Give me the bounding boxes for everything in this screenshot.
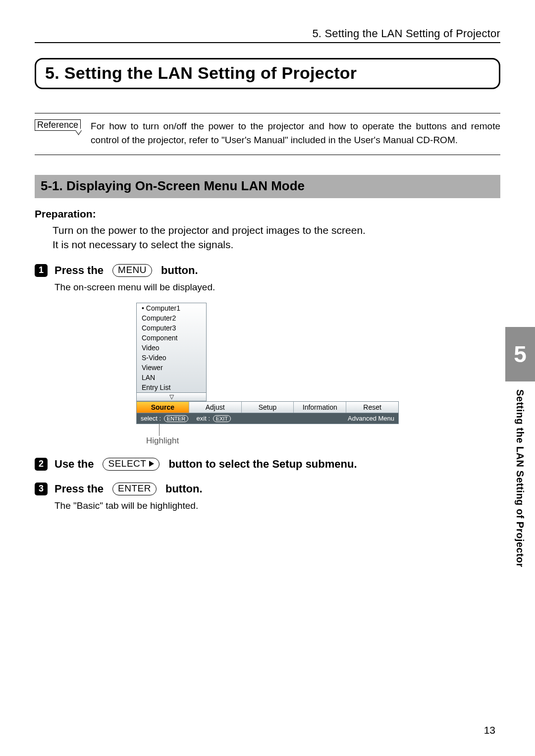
osd-tab-reset: Reset — [346, 402, 398, 413]
osd-status-bar: select : ENTER exit : EXIT Advanced Menu — [136, 413, 399, 424]
preparation-body: Turn on the power to the projector and p… — [53, 223, 500, 252]
step-3-text-post: button. — [165, 483, 203, 495]
preparation-line-1: Turn on the power to the projector and p… — [53, 223, 500, 237]
osd-enter-pill: ENTER — [164, 415, 188, 422]
step-1-text-post: button. — [161, 264, 198, 277]
osd-status-right: Advanced Menu — [348, 415, 394, 422]
osd-item: S-Video — [137, 353, 206, 363]
enter-button-pill: ENTER — [112, 483, 157, 495]
osd-exit-pill: EXIT — [213, 415, 231, 422]
osd-item: Computer1 — [137, 303, 206, 313]
osd-item: Computer3 — [137, 323, 206, 333]
select-right-button-pill: SELECT — [103, 458, 160, 471]
osd-status-left: select : ENTER exit : EXIT — [141, 415, 232, 422]
side-chapter-title: Setting the LAN Setting of Projector — [514, 389, 526, 567]
step-number-icon: 3 — [35, 483, 48, 495]
osd-tab-adjust: Adjust — [189, 402, 242, 413]
menu-button-pill: MENU — [112, 264, 152, 277]
triangle-right-icon — [149, 461, 154, 467]
side-thumb-tab: 5 Setting the LAN Setting of Projector — [505, 327, 535, 567]
reference-label: Reference — [35, 119, 81, 131]
osd-tab-source: Source — [137, 402, 189, 413]
osd-item: Entry List — [137, 382, 206, 392]
highlight-pointer-line — [159, 424, 399, 436]
header-rule — [35, 42, 500, 43]
page-number: 13 — [484, 724, 495, 736]
step-2: 2 Use the SELECT button to select the Se… — [35, 458, 500, 471]
side-chapter-number: 5 — [505, 327, 535, 381]
osd-source-list: Computer1 Computer2 Computer3 Component … — [136, 303, 207, 393]
step-2-text-post: button to select the Setup submenu. — [168, 458, 357, 471]
osd-tabs: Source Adjust Setup Information Reset — [136, 401, 399, 413]
osd-screenshot: Computer1 Computer2 Computer3 Component … — [136, 303, 399, 446]
highlight-caption: Highlight — [146, 436, 399, 446]
preparation-label: Preparation: — [35, 208, 500, 220]
reference-block: Reference For how to turn on/off the pow… — [35, 113, 500, 155]
chapter-title: 5. Setting the LAN Setting of Projector — [45, 63, 357, 82]
chapter-heading: 5. Setting the LAN Setting of Projector — [35, 58, 500, 89]
osd-item: Computer2 — [137, 313, 206, 323]
osd-item: Video — [137, 343, 206, 353]
osd-tab-setup: Setup — [242, 402, 294, 413]
osd-tab-information: Information — [294, 402, 346, 413]
step-3-text-pre: Press the — [54, 483, 104, 495]
step-number-icon: 2 — [35, 458, 48, 471]
preparation-line-2: It is not necessary to select the signal… — [53, 237, 500, 252]
osd-item: Component — [137, 333, 206, 343]
osd-down-icon: ▽ — [136, 393, 207, 401]
osd-item: LAN — [137, 373, 206, 382]
step-2-text-pre: Use the — [54, 458, 94, 471]
step-3: 3 Press the ENTER button. — [35, 483, 500, 495]
step-1: 1 Press the MENU button. — [35, 264, 500, 277]
section-heading: 5-1. Displaying On-Screen Menu LAN Mode — [35, 175, 500, 198]
step-3-note: The "Basic" tab will be highlighted. — [54, 500, 500, 511]
reference-text: For how to turn on/off the power to the … — [91, 119, 500, 147]
step-number-icon: 1 — [35, 264, 48, 277]
running-head: 5. Setting the LAN Setting of Projector — [35, 27, 500, 40]
step-1-note: The on-screen menu will be displayed. — [54, 282, 500, 293]
step-1-text-pre: Press the — [54, 264, 104, 277]
osd-item: Viewer — [137, 363, 206, 373]
